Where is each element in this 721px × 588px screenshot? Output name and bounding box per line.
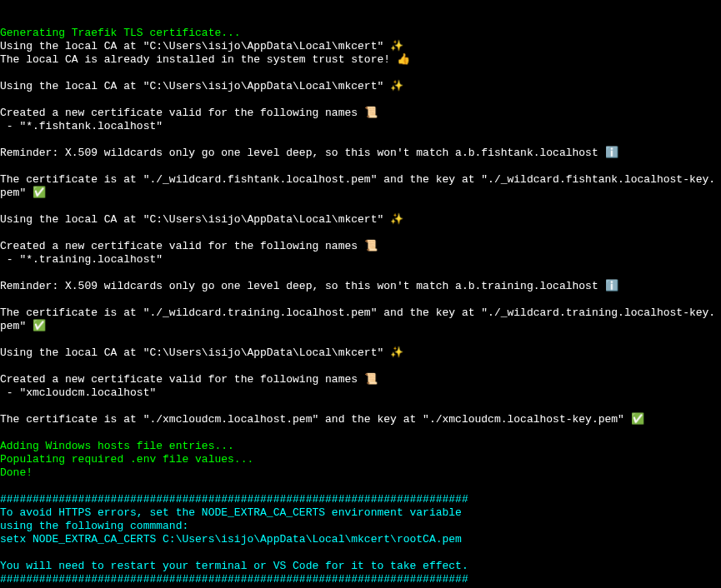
terminal-line: Created a new certificate valid for the … [0,373,721,386]
terminal-line: setx NODE_EXTRA_CA_CERTS C:\Users\isijo\… [0,533,721,546]
terminal-line: ########################################… [0,493,721,506]
terminal-line: The certificate is at "./_wildcard.train… [0,306,721,333]
terminal-line: Created a new certificate valid for the … [0,107,721,120]
terminal-line [0,360,721,373]
terminal-line: using the following commmand: [0,520,721,533]
terminal-line: Using the local CA at "C:\Users\isijo\Ap… [0,213,721,227]
terminal-line [0,546,721,560]
terminal-line [0,200,721,213]
terminal-line: The local CA is already installed in the… [0,53,721,67]
terminal-line [0,93,721,107]
terminal-line [0,333,721,346]
terminal-output[interactable]: Generating Traefik TLS certificate...Usi… [0,0,721,588]
terminal-line [0,267,721,280]
terminal-line: - "*.training.localhost" [0,253,721,267]
terminal-line: To avoid HTTPS errors, set the NODE_EXTR… [0,506,721,520]
terminal-line [0,133,721,147]
terminal-line: Using the local CA at "C:\Users\isijo\Ap… [0,346,721,360]
terminal-line: Using the local CA at "C:\Users\isijo\Ap… [0,40,721,53]
terminal-line: Using the local CA at "C:\Users\isijo\Ap… [0,80,721,93]
terminal-line [0,227,721,240]
terminal-line: The certificate is at "./_wildcard.fisht… [0,173,721,200]
terminal-line [0,426,721,440]
terminal-line: - "xmcloudcm.localhost" [0,386,721,400]
terminal-line: Reminder: X.509 wildcards only go one le… [0,147,721,160]
terminal-lines-container: Generating Traefik TLS certificate...Usi… [0,27,721,586]
terminal-line [0,480,721,493]
terminal-line [0,293,721,306]
terminal-line: Reminder: X.509 wildcards only go one le… [0,280,721,293]
terminal-line: ########################################… [0,573,721,586]
terminal-line: - "*.fishtank.localhost" [0,120,721,133]
terminal-line [0,67,721,80]
terminal-line: Created a new certificate valid for the … [0,240,721,253]
terminal-line: Adding Windows hosts file entries... [0,440,721,453]
terminal-line: Generating Traefik TLS certificate... [0,27,721,40]
terminal-line: You will need to restart your terminal o… [0,560,721,573]
terminal-line [0,160,721,173]
terminal-line: The certificate is at "./xmcloudcm.local… [0,413,721,426]
terminal-line [0,400,721,413]
terminal-line: Populating required .env file values... [0,453,721,466]
terminal-line: Done! [0,466,721,480]
